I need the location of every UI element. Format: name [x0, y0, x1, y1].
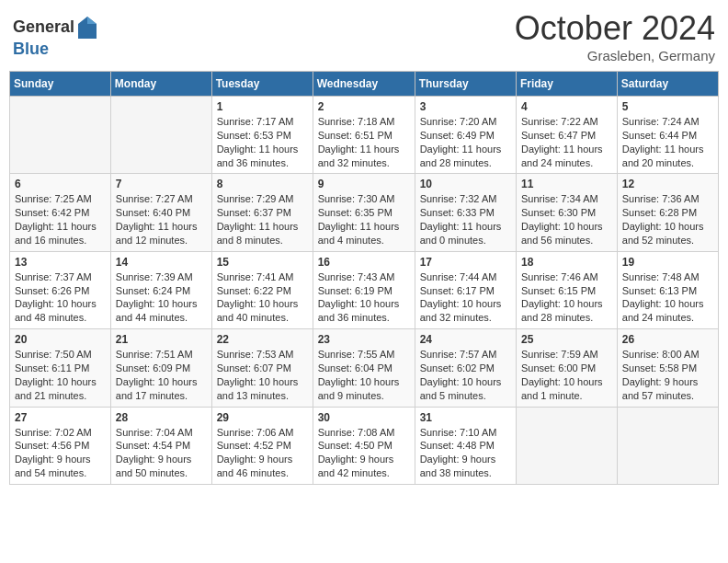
- header-wednesday: Wednesday: [313, 72, 415, 97]
- calendar-cell: 1Sunrise: 7:17 AM Sunset: 6:53 PM Daylig…: [211, 97, 313, 174]
- calendar-cell: 11Sunrise: 7:34 AM Sunset: 6:30 PM Dayli…: [516, 174, 617, 251]
- calendar-cell: 2Sunrise: 7:18 AM Sunset: 6:51 PM Daylig…: [313, 97, 415, 174]
- calendar-cell: 5Sunrise: 7:24 AM Sunset: 6:44 PM Daylig…: [617, 97, 718, 174]
- day-content: Sunrise: 7:41 AM Sunset: 6:22 PM Dayligh…: [217, 270, 308, 325]
- calendar-cell: 22Sunrise: 7:53 AM Sunset: 6:07 PM Dayli…: [211, 329, 313, 407]
- calendar-cell: 4Sunrise: 7:22 AM Sunset: 6:47 PM Daylig…: [516, 97, 617, 174]
- day-number: 2: [318, 100, 410, 113]
- calendar-cell: 28Sunrise: 7:04 AM Sunset: 4:54 PM Dayli…: [110, 407, 211, 484]
- day-number: 22: [217, 333, 308, 346]
- day-number: 11: [521, 178, 612, 190]
- day-content: Sunrise: 7:24 AM Sunset: 6:44 PM Dayligh…: [622, 115, 713, 169]
- logo: General Blue: [13, 15, 98, 59]
- day-content: Sunrise: 7:44 AM Sunset: 6:17 PM Dayligh…: [420, 270, 511, 325]
- calendar-cell: 26Sunrise: 8:00 AM Sunset: 5:58 PM Dayli…: [617, 329, 718, 407]
- day-content: Sunrise: 7:51 AM Sunset: 6:09 PM Dayligh…: [116, 348, 207, 402]
- day-content: Sunrise: 7:02 AM Sunset: 4:56 PM Dayligh…: [15, 426, 106, 480]
- day-content: Sunrise: 7:36 AM Sunset: 6:28 PM Dayligh…: [622, 192, 713, 247]
- calendar-cell: 9Sunrise: 7:30 AM Sunset: 6:35 PM Daylig…: [313, 174, 415, 251]
- page-header: General Blue October 2024 Grasleben, Ger…: [9, 9, 719, 63]
- day-content: Sunrise: 7:17 AM Sunset: 6:53 PM Dayligh…: [217, 115, 308, 169]
- calendar-week-row: 1Sunrise: 7:17 AM Sunset: 6:53 PM Daylig…: [10, 97, 719, 174]
- calendar-cell: 19Sunrise: 7:48 AM Sunset: 6:13 PM Dayli…: [617, 251, 718, 328]
- logo-icon: [76, 15, 98, 40]
- calendar-cell: 3Sunrise: 7:20 AM Sunset: 6:49 PM Daylig…: [415, 97, 516, 174]
- logo-blue: Blue: [13, 40, 98, 59]
- day-number: 7: [116, 178, 207, 190]
- calendar-cell: 10Sunrise: 7:32 AM Sunset: 6:33 PM Dayli…: [415, 174, 516, 251]
- svg-marker-1: [87, 17, 97, 24]
- calendar-cell: 21Sunrise: 7:51 AM Sunset: 6:09 PM Dayli…: [110, 329, 211, 407]
- day-number: 10: [420, 178, 511, 190]
- day-number: 28: [116, 411, 207, 424]
- logo-general: General: [13, 18, 74, 37]
- day-number: 5: [622, 100, 713, 113]
- weekday-header-row: Sunday Monday Tuesday Wednesday Thursday…: [10, 72, 719, 97]
- calendar-cell: [516, 407, 617, 484]
- calendar-cell: 18Sunrise: 7:46 AM Sunset: 6:15 PM Dayli…: [516, 251, 617, 328]
- day-number: 6: [15, 178, 106, 190]
- calendar-cell: 13Sunrise: 7:37 AM Sunset: 6:26 PM Dayli…: [10, 251, 111, 328]
- day-number: 16: [318, 256, 410, 269]
- calendar-cell: [617, 407, 718, 484]
- calendar-week-row: 6Sunrise: 7:25 AM Sunset: 6:42 PM Daylig…: [10, 174, 719, 251]
- calendar-cell: 20Sunrise: 7:50 AM Sunset: 6:11 PM Dayli…: [10, 329, 111, 407]
- day-number: 25: [521, 333, 612, 346]
- day-number: 14: [116, 256, 207, 269]
- calendar-cell: 8Sunrise: 7:29 AM Sunset: 6:37 PM Daylig…: [211, 174, 313, 251]
- calendar-cell: 7Sunrise: 7:27 AM Sunset: 6:40 PM Daylig…: [110, 174, 211, 251]
- day-number: 21: [116, 333, 207, 346]
- calendar-cell: 23Sunrise: 7:55 AM Sunset: 6:04 PM Dayli…: [313, 329, 415, 407]
- day-number: 29: [217, 411, 308, 424]
- day-number: 12: [622, 178, 713, 190]
- day-number: 17: [420, 256, 511, 269]
- calendar-week-row: 27Sunrise: 7:02 AM Sunset: 4:56 PM Dayli…: [10, 407, 719, 484]
- month-title: October 2024: [515, 9, 715, 48]
- title-area: October 2024 Grasleben, Germany: [515, 9, 715, 63]
- header-sunday: Sunday: [10, 72, 111, 97]
- day-content: Sunrise: 7:50 AM Sunset: 6:11 PM Dayligh…: [15, 348, 106, 402]
- day-content: Sunrise: 7:43 AM Sunset: 6:19 PM Dayligh…: [318, 270, 410, 325]
- calendar-cell: 16Sunrise: 7:43 AM Sunset: 6:19 PM Dayli…: [313, 251, 415, 328]
- calendar-cell: 29Sunrise: 7:06 AM Sunset: 4:52 PM Dayli…: [211, 407, 313, 484]
- day-content: Sunrise: 7:18 AM Sunset: 6:51 PM Dayligh…: [318, 115, 410, 169]
- header-monday: Monday: [110, 72, 211, 97]
- day-number: 26: [622, 333, 713, 346]
- location: Grasleben, Germany: [515, 48, 715, 63]
- day-content: Sunrise: 7:34 AM Sunset: 6:30 PM Dayligh…: [521, 192, 612, 247]
- day-number: 8: [217, 178, 308, 190]
- day-number: 30: [318, 411, 410, 424]
- header-tuesday: Tuesday: [211, 72, 313, 97]
- calendar-cell: 30Sunrise: 7:08 AM Sunset: 4:50 PM Dayli…: [313, 407, 415, 484]
- day-content: Sunrise: 7:04 AM Sunset: 4:54 PM Dayligh…: [116, 426, 207, 480]
- calendar-cell: [10, 97, 111, 174]
- day-content: Sunrise: 7:39 AM Sunset: 6:24 PM Dayligh…: [116, 270, 207, 325]
- header-saturday: Saturday: [617, 72, 718, 97]
- day-number: 1: [217, 100, 308, 113]
- day-number: 31: [420, 411, 511, 424]
- day-content: Sunrise: 7:55 AM Sunset: 6:04 PM Dayligh…: [318, 348, 410, 402]
- day-content: Sunrise: 7:10 AM Sunset: 4:48 PM Dayligh…: [420, 426, 511, 480]
- day-number: 15: [217, 256, 308, 269]
- day-number: 24: [420, 333, 511, 346]
- day-number: 23: [318, 333, 410, 346]
- header-friday: Friday: [516, 72, 617, 97]
- day-content: Sunrise: 7:25 AM Sunset: 6:42 PM Dayligh…: [15, 192, 106, 247]
- day-content: Sunrise: 7:27 AM Sunset: 6:40 PM Dayligh…: [116, 192, 207, 247]
- day-content: Sunrise: 7:32 AM Sunset: 6:33 PM Dayligh…: [420, 192, 511, 247]
- calendar-week-row: 13Sunrise: 7:37 AM Sunset: 6:26 PM Dayli…: [10, 251, 719, 328]
- day-content: Sunrise: 7:46 AM Sunset: 6:15 PM Dayligh…: [521, 270, 612, 325]
- day-content: Sunrise: 7:22 AM Sunset: 6:47 PM Dayligh…: [521, 115, 612, 169]
- day-content: Sunrise: 7:20 AM Sunset: 6:49 PM Dayligh…: [420, 115, 511, 169]
- calendar-cell: 14Sunrise: 7:39 AM Sunset: 6:24 PM Dayli…: [110, 251, 211, 328]
- day-number: 3: [420, 100, 511, 113]
- calendar-cell: 15Sunrise: 7:41 AM Sunset: 6:22 PM Dayli…: [211, 251, 313, 328]
- calendar-week-row: 20Sunrise: 7:50 AM Sunset: 6:11 PM Dayli…: [10, 329, 719, 407]
- day-content: Sunrise: 7:29 AM Sunset: 6:37 PM Dayligh…: [217, 192, 308, 247]
- day-content: Sunrise: 7:06 AM Sunset: 4:52 PM Dayligh…: [217, 426, 308, 480]
- calendar-cell: 24Sunrise: 7:57 AM Sunset: 6:02 PM Dayli…: [415, 329, 516, 407]
- day-number: 19: [622, 256, 713, 269]
- day-content: Sunrise: 7:30 AM Sunset: 6:35 PM Dayligh…: [318, 192, 410, 247]
- calendar-cell: 27Sunrise: 7:02 AM Sunset: 4:56 PM Dayli…: [10, 407, 111, 484]
- day-content: Sunrise: 7:57 AM Sunset: 6:02 PM Dayligh…: [420, 348, 511, 402]
